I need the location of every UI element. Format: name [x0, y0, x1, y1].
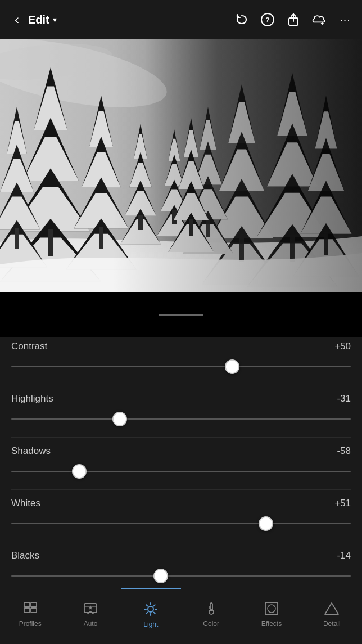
blacks-thumb[interactable] — [153, 569, 168, 583]
back-button[interactable]: ‹ — [9, 12, 25, 28]
blacks-track — [11, 575, 351, 577]
undo-button[interactable] — [234, 12, 250, 28]
whites-value: +51 — [334, 498, 351, 509]
shadows-thumb[interactable] — [72, 464, 87, 479]
highlights-value: -31 — [337, 393, 351, 404]
effects-icon — [264, 601, 279, 616]
highlights-track — [11, 418, 351, 420]
svg-rect-5 — [24, 608, 30, 613]
highlights-label: Highlights — [11, 393, 53, 404]
blacks-label: Blacks — [11, 550, 39, 561]
header-left: ‹ Edit ▾ — [9, 12, 57, 28]
detail-label: Detail — [323, 620, 341, 628]
profiles-label: Profiles — [19, 620, 42, 628]
shadows-slider-row: Shadows -58 — [11, 438, 351, 490]
header-icons: ? + ··· — [234, 12, 353, 28]
color-label: Color — [203, 620, 219, 628]
svg-rect-6 — [31, 602, 37, 607]
more-options-button[interactable]: ··· — [337, 12, 353, 28]
svg-rect-4 — [24, 602, 30, 607]
edit-dropdown-chevron[interactable]: ▾ — [53, 15, 57, 24]
auto-label: Auto — [84, 620, 98, 628]
auto-icon — [83, 601, 98, 616]
help-button[interactable]: ? — [260, 12, 275, 28]
header: ‹ Edit ▾ ? + — [0, 0, 362, 39]
svg-line-17 — [154, 605, 155, 606]
shadows-value: -58 — [337, 445, 351, 457]
svg-line-16 — [154, 612, 155, 613]
svg-marker-25 — [325, 603, 338, 614]
contrast-label: Contrast — [11, 341, 47, 352]
color-icon — [203, 601, 219, 616]
svg-line-18 — [147, 612, 148, 613]
shadows-label: Shadows — [11, 445, 51, 457]
drag-handle[interactable] — [159, 314, 203, 316]
photo-preview — [0, 39, 362, 292]
highlights-slider-row: Highlights -31 — [11, 385, 351, 438]
nav-item-detail[interactable]: Detail — [302, 588, 362, 644]
contrast-thumb[interactable] — [225, 359, 239, 374]
contrast-value: +50 — [334, 341, 351, 352]
nav-item-effects[interactable]: Effects — [241, 588, 301, 644]
svg-line-15 — [147, 605, 148, 606]
effects-label: Effects — [261, 620, 282, 628]
blacks-track-container[interactable] — [11, 568, 351, 584]
svg-rect-7 — [31, 608, 37, 613]
contrast-slider-row: Contrast +50 — [11, 337, 351, 385]
whites-slider-row: Whites +51 — [11, 490, 351, 542]
highlights-track-container[interactable] — [11, 411, 351, 427]
sliders-panel: Contrast +50 Highlights -31 Shadows -58 — [0, 337, 362, 594]
photo-canvas — [0, 39, 362, 292]
svg-point-10 — [148, 606, 153, 612]
bottom-strip — [0, 292, 362, 337]
share-button[interactable] — [286, 12, 301, 28]
whites-track-container[interactable] — [11, 516, 351, 532]
whites-track — [11, 523, 351, 524]
nav-item-profiles[interactable]: Profiles — [0, 588, 60, 644]
nav-item-color[interactable]: Color — [181, 588, 241, 644]
nav-item-light[interactable]: Light — [121, 588, 181, 644]
whites-label: Whites — [11, 498, 40, 509]
contrast-track — [11, 366, 351, 367]
svg-point-24 — [268, 605, 275, 613]
bottom-nav: Profiles Auto Light — [0, 588, 362, 644]
profiles-icon — [22, 601, 38, 616]
cloud-add-button[interactable]: + — [311, 12, 327, 28]
header-title: Edit — [28, 13, 49, 26]
highlights-thumb[interactable] — [112, 412, 127, 426]
blacks-value: -14 — [337, 550, 351, 561]
whites-thumb[interactable] — [259, 516, 273, 531]
shadows-track — [11, 471, 351, 472]
nav-item-auto[interactable]: Auto — [60, 588, 120, 644]
light-icon — [143, 601, 159, 617]
blacks-slider-row: Blacks -14 — [11, 542, 351, 594]
detail-icon — [324, 601, 340, 616]
light-label: Light — [143, 620, 158, 628]
svg-text:?: ? — [265, 16, 270, 24]
contrast-track-container[interactable] — [11, 359, 351, 375]
svg-text:+: + — [320, 20, 324, 26]
shadows-track-container[interactable] — [11, 463, 351, 479]
